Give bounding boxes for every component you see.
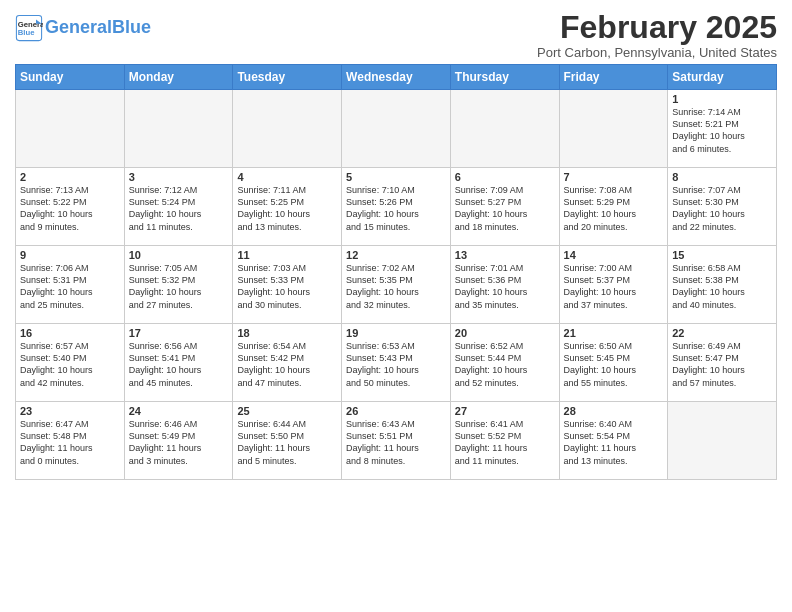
day-info: Sunrise: 7:14 AM Sunset: 5:21 PM Dayligh… [672,106,772,155]
table-row: 3Sunrise: 7:12 AM Sunset: 5:24 PM Daylig… [124,168,233,246]
table-row: 21Sunrise: 6:50 AM Sunset: 5:45 PM Dayli… [559,324,668,402]
day-number: 16 [20,327,120,339]
day-info: Sunrise: 7:06 AM Sunset: 5:31 PM Dayligh… [20,262,120,311]
day-number: 26 [346,405,446,417]
day-number: 17 [129,327,229,339]
table-row: 27Sunrise: 6:41 AM Sunset: 5:52 PM Dayli… [450,402,559,480]
calendar-week-row: 1Sunrise: 7:14 AM Sunset: 5:21 PM Daylig… [16,90,777,168]
day-info: Sunrise: 6:46 AM Sunset: 5:49 PM Dayligh… [129,418,229,467]
table-row: 12Sunrise: 7:02 AM Sunset: 5:35 PM Dayli… [342,246,451,324]
calendar-container: General Blue GeneralBlue February 2025 P… [0,0,792,485]
day-info: Sunrise: 6:41 AM Sunset: 5:52 PM Dayligh… [455,418,555,467]
calendar-header-row: Sunday Monday Tuesday Wednesday Thursday… [16,65,777,90]
day-number: 5 [346,171,446,183]
table-row: 16Sunrise: 6:57 AM Sunset: 5:40 PM Dayli… [16,324,125,402]
day-number: 2 [20,171,120,183]
day-number: 9 [20,249,120,261]
day-number: 22 [672,327,772,339]
day-number: 18 [237,327,337,339]
table-row: 24Sunrise: 6:46 AM Sunset: 5:49 PM Dayli… [124,402,233,480]
title-block: February 2025 Port Carbon, Pennsylvania,… [537,10,777,60]
day-number: 12 [346,249,446,261]
location: Port Carbon, Pennsylvania, United States [537,45,777,60]
col-sunday: Sunday [16,65,125,90]
day-info: Sunrise: 7:02 AM Sunset: 5:35 PM Dayligh… [346,262,446,311]
table-row [668,402,777,480]
day-number: 24 [129,405,229,417]
day-number: 15 [672,249,772,261]
table-row: 7Sunrise: 7:08 AM Sunset: 5:29 PM Daylig… [559,168,668,246]
calendar-week-row: 23Sunrise: 6:47 AM Sunset: 5:48 PM Dayli… [16,402,777,480]
table-row: 23Sunrise: 6:47 AM Sunset: 5:48 PM Dayli… [16,402,125,480]
table-row: 1Sunrise: 7:14 AM Sunset: 5:21 PM Daylig… [668,90,777,168]
day-info: Sunrise: 7:11 AM Sunset: 5:25 PM Dayligh… [237,184,337,233]
logo: General Blue GeneralBlue [15,14,151,42]
calendar-week-row: 16Sunrise: 6:57 AM Sunset: 5:40 PM Dayli… [16,324,777,402]
table-row [342,90,451,168]
svg-text:Blue: Blue [18,28,35,37]
logo-general: General [45,17,112,37]
day-number: 3 [129,171,229,183]
day-info: Sunrise: 6:52 AM Sunset: 5:44 PM Dayligh… [455,340,555,389]
day-info: Sunrise: 7:00 AM Sunset: 5:37 PM Dayligh… [564,262,664,311]
day-number: 10 [129,249,229,261]
calendar-week-row: 9Sunrise: 7:06 AM Sunset: 5:31 PM Daylig… [16,246,777,324]
col-monday: Monday [124,65,233,90]
day-number: 11 [237,249,337,261]
table-row: 18Sunrise: 6:54 AM Sunset: 5:42 PM Dayli… [233,324,342,402]
table-row: 2Sunrise: 7:13 AM Sunset: 5:22 PM Daylig… [16,168,125,246]
table-row [124,90,233,168]
col-tuesday: Tuesday [233,65,342,90]
table-row: 19Sunrise: 6:53 AM Sunset: 5:43 PM Dayli… [342,324,451,402]
day-number: 8 [672,171,772,183]
svg-text:General: General [18,20,43,29]
table-row: 17Sunrise: 6:56 AM Sunset: 5:41 PM Dayli… [124,324,233,402]
day-info: Sunrise: 7:13 AM Sunset: 5:22 PM Dayligh… [20,184,120,233]
day-number: 4 [237,171,337,183]
table-row: 11Sunrise: 7:03 AM Sunset: 5:33 PM Dayli… [233,246,342,324]
day-info: Sunrise: 6:56 AM Sunset: 5:41 PM Dayligh… [129,340,229,389]
table-row [559,90,668,168]
day-info: Sunrise: 6:53 AM Sunset: 5:43 PM Dayligh… [346,340,446,389]
day-number: 1 [672,93,772,105]
col-wednesday: Wednesday [342,65,451,90]
day-info: Sunrise: 7:12 AM Sunset: 5:24 PM Dayligh… [129,184,229,233]
day-info: Sunrise: 6:57 AM Sunset: 5:40 PM Dayligh… [20,340,120,389]
logo-wordmark: GeneralBlue [45,18,151,38]
table-row: 4Sunrise: 7:11 AM Sunset: 5:25 PM Daylig… [233,168,342,246]
day-number: 14 [564,249,664,261]
day-info: Sunrise: 7:10 AM Sunset: 5:26 PM Dayligh… [346,184,446,233]
day-info: Sunrise: 7:05 AM Sunset: 5:32 PM Dayligh… [129,262,229,311]
table-row: 25Sunrise: 6:44 AM Sunset: 5:50 PM Dayli… [233,402,342,480]
table-row: 22Sunrise: 6:49 AM Sunset: 5:47 PM Dayli… [668,324,777,402]
day-info: Sunrise: 6:47 AM Sunset: 5:48 PM Dayligh… [20,418,120,467]
day-info: Sunrise: 7:09 AM Sunset: 5:27 PM Dayligh… [455,184,555,233]
day-number: 25 [237,405,337,417]
day-info: Sunrise: 7:07 AM Sunset: 5:30 PM Dayligh… [672,184,772,233]
table-row: 15Sunrise: 6:58 AM Sunset: 5:38 PM Dayli… [668,246,777,324]
table-row: 20Sunrise: 6:52 AM Sunset: 5:44 PM Dayli… [450,324,559,402]
day-number: 6 [455,171,555,183]
day-number: 28 [564,405,664,417]
table-row: 10Sunrise: 7:05 AM Sunset: 5:32 PM Dayli… [124,246,233,324]
table-row: 8Sunrise: 7:07 AM Sunset: 5:30 PM Daylig… [668,168,777,246]
day-info: Sunrise: 7:08 AM Sunset: 5:29 PM Dayligh… [564,184,664,233]
calendar-week-row: 2Sunrise: 7:13 AM Sunset: 5:22 PM Daylig… [16,168,777,246]
table-row [450,90,559,168]
table-row: 28Sunrise: 6:40 AM Sunset: 5:54 PM Dayli… [559,402,668,480]
day-info: Sunrise: 6:44 AM Sunset: 5:50 PM Dayligh… [237,418,337,467]
logo-blue: Blue [112,17,151,37]
day-info: Sunrise: 6:58 AM Sunset: 5:38 PM Dayligh… [672,262,772,311]
day-number: 27 [455,405,555,417]
day-info: Sunrise: 7:03 AM Sunset: 5:33 PM Dayligh… [237,262,337,311]
col-saturday: Saturday [668,65,777,90]
table-row [16,90,125,168]
logo-icon: General Blue [15,14,43,42]
table-row: 13Sunrise: 7:01 AM Sunset: 5:36 PM Dayli… [450,246,559,324]
table-row: 26Sunrise: 6:43 AM Sunset: 5:51 PM Dayli… [342,402,451,480]
col-friday: Friday [559,65,668,90]
day-number: 7 [564,171,664,183]
calendar-table: Sunday Monday Tuesday Wednesday Thursday… [15,64,777,480]
day-number: 20 [455,327,555,339]
day-info: Sunrise: 6:54 AM Sunset: 5:42 PM Dayligh… [237,340,337,389]
